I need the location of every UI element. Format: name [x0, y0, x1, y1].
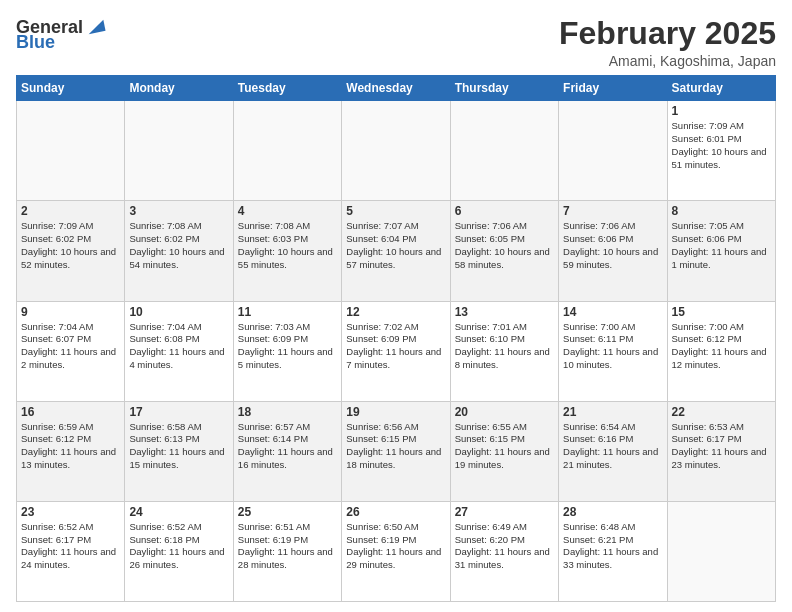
calendar-day-cell: 26Sunrise: 6:50 AMSunset: 6:19 PMDayligh…: [342, 501, 450, 601]
day-info: Sunrise: 7:07 AMSunset: 6:04 PMDaylight:…: [346, 220, 445, 271]
calendar-day-cell: 1Sunrise: 7:09 AMSunset: 6:01 PMDaylight…: [667, 101, 775, 201]
calendar-header-row: SundayMondayTuesdayWednesdayThursdayFrid…: [17, 76, 776, 101]
calendar-day-cell: 16Sunrise: 6:59 AMSunset: 6:12 PMDayligh…: [17, 401, 125, 501]
day-number: 19: [346, 405, 445, 419]
calendar-day-cell: 9Sunrise: 7:04 AMSunset: 6:07 PMDaylight…: [17, 301, 125, 401]
day-number: 2: [21, 204, 120, 218]
day-number: 7: [563, 204, 662, 218]
calendar-day-cell: 24Sunrise: 6:52 AMSunset: 6:18 PMDayligh…: [125, 501, 233, 601]
calendar-day-header: Sunday: [17, 76, 125, 101]
day-info: Sunrise: 7:06 AMSunset: 6:05 PMDaylight:…: [455, 220, 554, 271]
day-number: 15: [672, 305, 771, 319]
day-info: Sunrise: 7:09 AMSunset: 6:02 PMDaylight:…: [21, 220, 120, 271]
calendar-week-row: 9Sunrise: 7:04 AMSunset: 6:07 PMDaylight…: [17, 301, 776, 401]
day-info: Sunrise: 6:50 AMSunset: 6:19 PMDaylight:…: [346, 521, 445, 572]
month-title: February 2025: [559, 16, 776, 51]
day-info: Sunrise: 7:08 AMSunset: 6:02 PMDaylight:…: [129, 220, 228, 271]
day-info: Sunrise: 7:01 AMSunset: 6:10 PMDaylight:…: [455, 321, 554, 372]
day-number: 16: [21, 405, 120, 419]
day-number: 13: [455, 305, 554, 319]
day-number: 17: [129, 405, 228, 419]
calendar-week-row: 16Sunrise: 6:59 AMSunset: 6:12 PMDayligh…: [17, 401, 776, 501]
day-number: 11: [238, 305, 337, 319]
day-info: Sunrise: 6:55 AMSunset: 6:15 PMDaylight:…: [455, 421, 554, 472]
calendar-day-cell: 11Sunrise: 7:03 AMSunset: 6:09 PMDayligh…: [233, 301, 341, 401]
day-number: 10: [129, 305, 228, 319]
calendar-day-cell: 13Sunrise: 7:01 AMSunset: 6:10 PMDayligh…: [450, 301, 558, 401]
calendar-day-header: Tuesday: [233, 76, 341, 101]
day-info: Sunrise: 7:00 AMSunset: 6:12 PMDaylight:…: [672, 321, 771, 372]
day-info: Sunrise: 7:08 AMSunset: 6:03 PMDaylight:…: [238, 220, 337, 271]
day-number: 23: [21, 505, 120, 519]
logo-blue-text: Blue: [16, 32, 55, 53]
day-info: Sunrise: 6:52 AMSunset: 6:18 PMDaylight:…: [129, 521, 228, 572]
day-info: Sunrise: 6:53 AMSunset: 6:17 PMDaylight:…: [672, 421, 771, 472]
calendar-day-cell: [559, 101, 667, 201]
calendar-day-cell: [125, 101, 233, 201]
calendar-day-cell: 4Sunrise: 7:08 AMSunset: 6:03 PMDaylight…: [233, 201, 341, 301]
header: General Blue February 2025 Amami, Kagosh…: [16, 16, 776, 69]
calendar-day-cell: 6Sunrise: 7:06 AMSunset: 6:05 PMDaylight…: [450, 201, 558, 301]
logo-icon: [85, 16, 107, 38]
calendar-day-cell: 7Sunrise: 7:06 AMSunset: 6:06 PMDaylight…: [559, 201, 667, 301]
calendar-week-row: 23Sunrise: 6:52 AMSunset: 6:17 PMDayligh…: [17, 501, 776, 601]
calendar-day-cell: 17Sunrise: 6:58 AMSunset: 6:13 PMDayligh…: [125, 401, 233, 501]
calendar-day-cell: [17, 101, 125, 201]
calendar-day-cell: [342, 101, 450, 201]
day-info: Sunrise: 6:49 AMSunset: 6:20 PMDaylight:…: [455, 521, 554, 572]
day-number: 1: [672, 104, 771, 118]
day-info: Sunrise: 6:48 AMSunset: 6:21 PMDaylight:…: [563, 521, 662, 572]
day-info: Sunrise: 6:54 AMSunset: 6:16 PMDaylight:…: [563, 421, 662, 472]
title-block: February 2025 Amami, Kagoshima, Japan: [559, 16, 776, 69]
day-number: 24: [129, 505, 228, 519]
day-info: Sunrise: 7:09 AMSunset: 6:01 PMDaylight:…: [672, 120, 771, 171]
day-number: 26: [346, 505, 445, 519]
day-info: Sunrise: 7:06 AMSunset: 6:06 PMDaylight:…: [563, 220, 662, 271]
calendar-day-cell: 12Sunrise: 7:02 AMSunset: 6:09 PMDayligh…: [342, 301, 450, 401]
calendar-day-cell: 28Sunrise: 6:48 AMSunset: 6:21 PMDayligh…: [559, 501, 667, 601]
day-number: 8: [672, 204, 771, 218]
calendar-day-cell: 25Sunrise: 6:51 AMSunset: 6:19 PMDayligh…: [233, 501, 341, 601]
calendar-day-cell: 18Sunrise: 6:57 AMSunset: 6:14 PMDayligh…: [233, 401, 341, 501]
day-info: Sunrise: 7:04 AMSunset: 6:08 PMDaylight:…: [129, 321, 228, 372]
calendar-day-header: Friday: [559, 76, 667, 101]
day-info: Sunrise: 7:03 AMSunset: 6:09 PMDaylight:…: [238, 321, 337, 372]
calendar-day-cell: [233, 101, 341, 201]
calendar-day-cell: [667, 501, 775, 601]
location-title: Amami, Kagoshima, Japan: [559, 53, 776, 69]
day-number: 5: [346, 204, 445, 218]
day-info: Sunrise: 6:57 AMSunset: 6:14 PMDaylight:…: [238, 421, 337, 472]
calendar-day-cell: [450, 101, 558, 201]
day-number: 12: [346, 305, 445, 319]
day-number: 4: [238, 204, 337, 218]
calendar-day-cell: 19Sunrise: 6:56 AMSunset: 6:15 PMDayligh…: [342, 401, 450, 501]
day-number: 28: [563, 505, 662, 519]
svg-marker-0: [89, 20, 106, 35]
calendar-day-cell: 14Sunrise: 7:00 AMSunset: 6:11 PMDayligh…: [559, 301, 667, 401]
calendar-day-cell: 27Sunrise: 6:49 AMSunset: 6:20 PMDayligh…: [450, 501, 558, 601]
calendar-day-header: Monday: [125, 76, 233, 101]
calendar-week-row: 2Sunrise: 7:09 AMSunset: 6:02 PMDaylight…: [17, 201, 776, 301]
calendar-day-cell: 10Sunrise: 7:04 AMSunset: 6:08 PMDayligh…: [125, 301, 233, 401]
logo: General Blue: [16, 16, 107, 53]
day-number: 3: [129, 204, 228, 218]
day-info: Sunrise: 7:05 AMSunset: 6:06 PMDaylight:…: [672, 220, 771, 271]
calendar-day-cell: 15Sunrise: 7:00 AMSunset: 6:12 PMDayligh…: [667, 301, 775, 401]
day-info: Sunrise: 6:59 AMSunset: 6:12 PMDaylight:…: [21, 421, 120, 472]
calendar-day-cell: 22Sunrise: 6:53 AMSunset: 6:17 PMDayligh…: [667, 401, 775, 501]
calendar-day-cell: 8Sunrise: 7:05 AMSunset: 6:06 PMDaylight…: [667, 201, 775, 301]
day-info: Sunrise: 6:52 AMSunset: 6:17 PMDaylight:…: [21, 521, 120, 572]
day-number: 27: [455, 505, 554, 519]
day-number: 18: [238, 405, 337, 419]
calendar-week-row: 1Sunrise: 7:09 AMSunset: 6:01 PMDaylight…: [17, 101, 776, 201]
page: General Blue February 2025 Amami, Kagosh…: [0, 0, 792, 612]
calendar-day-header: Saturday: [667, 76, 775, 101]
calendar-day-cell: 3Sunrise: 7:08 AMSunset: 6:02 PMDaylight…: [125, 201, 233, 301]
calendar-day-header: Thursday: [450, 76, 558, 101]
day-info: Sunrise: 7:02 AMSunset: 6:09 PMDaylight:…: [346, 321, 445, 372]
day-info: Sunrise: 6:58 AMSunset: 6:13 PMDaylight:…: [129, 421, 228, 472]
day-number: 9: [21, 305, 120, 319]
day-number: 21: [563, 405, 662, 419]
day-number: 22: [672, 405, 771, 419]
day-info: Sunrise: 7:00 AMSunset: 6:11 PMDaylight:…: [563, 321, 662, 372]
